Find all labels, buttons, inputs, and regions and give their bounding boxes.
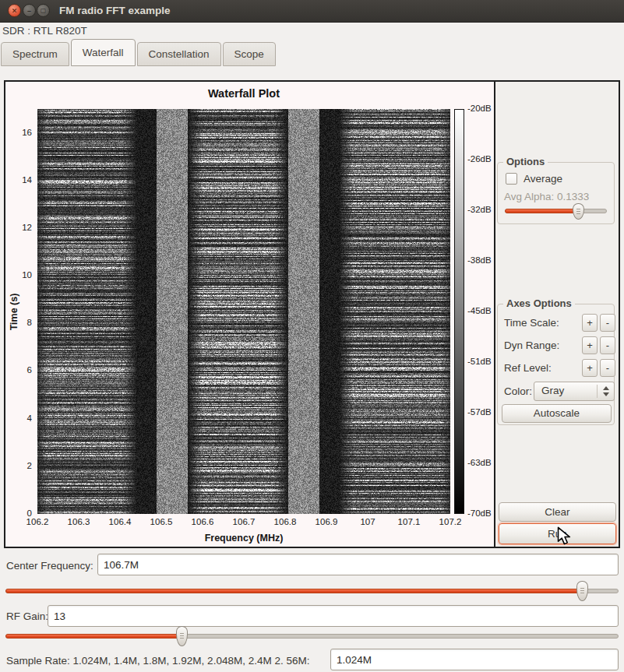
y-tick-label: 2 xyxy=(12,461,32,470)
y-tick-label: 12 xyxy=(12,223,32,232)
colorbar-tick-label: -70dB xyxy=(467,508,492,518)
autoscale-button[interactable]: Autoscale xyxy=(502,404,612,423)
y-tick-label: 4 xyxy=(12,413,32,423)
time-scale-plus-button[interactable]: + xyxy=(582,314,598,332)
colorbar-tick-label: -26dB xyxy=(467,154,492,164)
ref-level-plus-button[interactable]: + xyxy=(582,359,598,377)
dyn-range-minus-button[interactable]: - xyxy=(600,336,615,354)
titlebar: ✕ – ▢ FM radio FFT example xyxy=(0,0,624,23)
options-group-title: Options xyxy=(503,156,548,167)
ref-level-minus-button[interactable]: - xyxy=(600,359,615,377)
colorbar-tick-label: -63dB xyxy=(467,458,492,467)
x-tick-label: 107 xyxy=(348,517,387,526)
rf-gain-input[interactable] xyxy=(48,605,619,627)
axes-options-group: Axes Options Time Scale: + - Dyn Range: … xyxy=(497,304,615,425)
x-tick-label: 106.5 xyxy=(142,517,181,526)
tab-scope[interactable]: Scope xyxy=(223,42,276,66)
colorbar-tick-label: -57dB xyxy=(467,407,492,417)
minimize-button[interactable]: – xyxy=(23,4,36,17)
color-combobox[interactable]: Gray xyxy=(534,382,615,401)
x-tick-label: 106.2 xyxy=(18,517,57,526)
y-tick-label: 10 xyxy=(12,270,32,280)
center-frequency-input[interactable] xyxy=(97,554,619,575)
center-frequency-slider[interactable] xyxy=(5,581,619,601)
y-tick-label: 6 xyxy=(12,365,32,375)
x-tick-label: 107.1 xyxy=(390,517,428,526)
tab-bar: Spectrum Waterfall Constellation Scope xyxy=(1,39,277,66)
main-frame: Waterfall Plot Frequency (MHz) Time (s) … xyxy=(4,80,620,548)
colorbar-tick-label: -51dB xyxy=(467,357,492,366)
colorbar-tick-label: -38dB xyxy=(467,255,492,265)
center-frequency-slider-handle[interactable] xyxy=(576,581,588,601)
x-tick-label: 106.6 xyxy=(183,517,222,526)
plot-area: Waterfall Plot Frequency (MHz) Time (s) … xyxy=(5,82,495,547)
avg-alpha-slider-fill xyxy=(505,209,578,213)
average-checkbox[interactable] xyxy=(506,173,517,185)
x-axis-label: Frequency (MHz) xyxy=(37,533,450,544)
control-panel: Options Average Avg Alpha: 0.1333 Axes O… xyxy=(495,82,619,547)
y-tick-label: 14 xyxy=(12,175,32,185)
clear-button[interactable]: Clear xyxy=(499,502,616,522)
tab-spectrum[interactable]: Spectrum xyxy=(1,42,69,66)
y-tick-label: 16 xyxy=(12,128,32,137)
ref-level-label: Ref Level: xyxy=(504,362,552,374)
sample-rate-input[interactable] xyxy=(330,649,619,670)
rf-gain-slider-fill xyxy=(5,634,182,639)
maximize-button[interactable]: ▢ xyxy=(37,4,50,17)
average-checkbox-label: Average xyxy=(524,173,562,185)
y-tick-label: 8 xyxy=(12,318,32,327)
tab-constellation[interactable]: Constellation xyxy=(137,42,221,66)
avg-alpha-slider[interactable] xyxy=(505,202,607,220)
x-tick-label: 107.2 xyxy=(431,517,470,526)
app-window: ✕ – ▢ FM radio FFT example SDR : RTL R82… xyxy=(0,0,624,672)
dyn-range-plus-button[interactable]: + xyxy=(582,336,598,354)
time-scale-label: Time Scale: xyxy=(504,317,559,329)
avg-alpha-slider-handle[interactable] xyxy=(573,203,584,220)
window-title: FM radio FFT example xyxy=(59,0,171,22)
colorbar xyxy=(454,109,464,514)
sample-rate-label: Sample Rate: 1.024M, 1.4M, 1.8M, 1.92M, … xyxy=(6,655,309,667)
x-tick-label: 106.3 xyxy=(59,517,98,526)
dyn-range-label: Dyn Range: xyxy=(504,340,559,351)
colorbar-tick-label: -32dB xyxy=(467,205,492,214)
x-tick-label: 106.4 xyxy=(100,517,139,526)
mouse-cursor xyxy=(556,526,573,545)
close-button[interactable]: ✕ xyxy=(8,4,21,17)
x-tick-label: 106.9 xyxy=(307,517,346,526)
rf-gain-slider-handle[interactable] xyxy=(176,626,188,646)
combobox-updown-icon[interactable] xyxy=(603,386,609,396)
rf-gain-slider[interactable] xyxy=(5,626,619,646)
waterfall-canvas[interactable] xyxy=(37,109,450,514)
center-frequency-label: Center Frequency: xyxy=(6,560,93,572)
combobox-divider xyxy=(597,385,598,398)
tab-waterfall[interactable]: Waterfall xyxy=(71,39,136,66)
color-label: Color: xyxy=(504,385,532,397)
rf-gain-label: RF Gain: xyxy=(6,610,48,622)
axes-options-group-title: Axes Options xyxy=(503,297,575,309)
avg-alpha-label: Avg Alpha: 0.1333 xyxy=(504,191,589,202)
sdr-label: SDR : RTL R820T xyxy=(2,25,87,37)
colorbar-tick-label: -45dB xyxy=(467,306,492,315)
plot-title: Waterfall Plot xyxy=(37,87,450,100)
options-group: Options Average Avg Alpha: 0.1333 xyxy=(497,162,615,224)
time-scale-minus-button[interactable]: - xyxy=(600,314,615,332)
center-frequency-slider-fill xyxy=(5,589,582,593)
x-tick-label: 106.7 xyxy=(224,517,263,526)
color-combobox-value: Gray xyxy=(541,385,564,396)
x-tick-label: 106.8 xyxy=(266,517,305,526)
colorbar-tick-label: -20dB xyxy=(467,104,492,113)
